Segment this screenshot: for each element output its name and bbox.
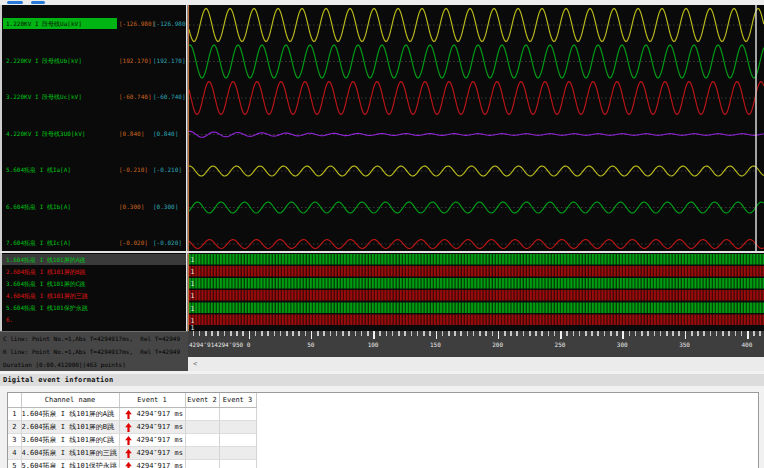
analog-channel-row-6[interactable]: 6.604拓泉 I 线Ib[A][0.300][0.300] [2,201,186,212]
event2-cell [185,421,219,434]
minor-tick [510,331,512,336]
minor-tick [193,331,195,336]
axis-label-200: 200 [492,341,503,348]
analog-channel-value1: [0.840] [119,128,144,139]
minor-tick [759,331,761,336]
minor-tick [467,331,469,336]
axis-label-100: 100 [368,341,379,348]
minor-tick [355,331,357,336]
digital-channel-row-1[interactable]: 1.604拓泉 I 线101屏的A跳 [2,254,186,266]
analog-channel-label: 3.220KV I 段母线Uc[kV] [6,91,82,102]
minor-tick [516,331,518,336]
major-tick [560,331,562,339]
analog-channel-row-2[interactable]: 2.220KV I 段母线Ub[kV][192.170][192.170] [2,55,186,66]
analog-channel-row-1[interactable]: 1.220KV I 段母线Ua[kV][-126.980][-126.980] [2,18,186,29]
event-table-row-2[interactable]: 22.604拓泉 I 线101屏的B跳4294″917 ms [8,421,256,434]
minor-tick [292,331,294,336]
major-tick [622,331,624,339]
digital-bar-2 [189,266,764,277]
axis-left-label: 4294″914294″950 0 [189,341,250,348]
digital-channel-row-5[interactable]: 5.604拓泉 I 线101保护永跳 [2,302,186,314]
analog-channel-value2: [-126.980] [153,18,186,29]
analog-channel-value1: [0.300] [119,201,144,212]
analog-channel-value2: [-0.210] [153,164,182,175]
analog-digital-separator [0,251,764,253]
event2-cell [185,434,219,447]
digital-channel-label: 4.604拓泉 I 线101屏的三跳 [6,290,88,302]
rising-edge-arrow-icon [125,436,132,445]
minor-tick [492,331,494,336]
waveform-svg: 1111111 [186,5,764,331]
analog-channel-row-7[interactable]: 7.604拓泉 I 线Ic[A][-0.020][-0.020] [2,237,186,248]
event-table-header-2: Event 1 [119,393,185,408]
digital-bar-5 [189,303,764,314]
event3-cell [219,447,256,460]
event-channel-name: 1.604拓泉 I 线101屏的A跳 [21,408,119,421]
event-row-number: 2 [8,421,21,434]
minor-tick [666,331,668,336]
event-row-number: 1 [8,408,21,421]
waveform-area[interactable]: 1111111 [186,5,764,331]
event-table-row-4[interactable]: 44.604拓泉 I 线101屏的三跳4294″917 ms [8,447,256,460]
minor-tick [710,331,712,336]
minor-tick [205,331,207,336]
horizontal-scrollbar[interactable]: < [188,357,764,371]
minor-tick [635,331,637,336]
minor-tick [417,331,419,336]
digital-state-label: 1 [191,305,195,313]
event-channel-name: 4.604拓泉 I 线101屏的三跳 [21,447,119,460]
analog-channel-value2: [192.170] [153,55,186,66]
minor-tick [548,331,550,336]
major-tick [373,331,375,339]
minor-tick [579,331,581,336]
digital-channel-row-2[interactable]: 2.604拓泉 I 线101屏的B跳 [2,266,186,278]
minor-tick [541,331,543,336]
event-table-header-row: Channel nameEvent 1Event 2Event 3 [8,393,256,408]
event1-time: 4294″917 ms [132,410,183,418]
section-title: Digital event information [3,376,113,384]
event1-cell: 4294″917 ms [119,434,185,447]
section-title-bar: Digital event information [0,374,764,386]
minor-tick [442,331,444,336]
duration-status: Duration [0:00.412000](463 points) [3,361,126,369]
digital-channel-row-4[interactable]: 4.604拓泉 I 线101屏的三跳 [2,290,186,302]
event-info-section: Digital event information Channel nameEv… [0,371,764,468]
event-table-row-1[interactable]: 11.604拓泉 I 线101屏的A跳4294″917 ms [8,408,256,421]
minor-tick [280,331,282,336]
time-axis: 4294″914294″950 050100150200250300350400 [188,331,764,357]
analog-channel-row-4[interactable]: 4.220KV I 段母线3U0[kV][0.840][0.840] [2,128,186,139]
analog-channel-row-3[interactable]: 3.220KV I 段母线Uc[kV][-60.740][-60.740] [2,91,186,102]
event-table-header-3: Event 2 [185,393,219,408]
analog-channel-row-5[interactable]: 5.604拓泉 I 线Ia[A][-0.210][-0.210] [2,164,186,175]
major-tick [685,331,687,339]
fault-recorder-window: 1.220KV I 段母线Ua[kV][-126.980][-126.980]2… [0,0,764,468]
digital-channel-row-6[interactable]: 6. [2,314,186,326]
digital-bar-3 [189,278,764,289]
analog-channel-value1: [-0.020] [119,237,148,248]
scroll-left-button[interactable]: < [193,360,197,368]
minor-tick [529,331,531,336]
digital-channel-label: 2.604拓泉 I 线101屏的B跳 [6,266,85,278]
toolbar-button-icon[interactable] [7,1,23,4]
minor-tick [678,331,680,336]
r-line-status: R line: Point No.=1,Abs T=4294917ms, Rel… [3,348,180,356]
minor-tick [654,331,656,336]
event-table-row-5[interactable]: 55.604拓泉 I 线101保护永跳4294″917 ms [8,460,256,468]
event1-cell: 4294″917 ms [119,408,185,421]
axis-label-400: 400 [741,341,752,348]
event-table-row-3[interactable]: 33.604拓泉 I 线101屏的C跳4294″917 ms [8,434,256,447]
minor-tick [429,331,431,336]
minor-tick [261,331,263,336]
event3-cell [219,434,256,447]
minor-tick [224,331,226,336]
minor-tick [423,331,425,336]
event1-cell: 4294″917 ms [119,447,185,460]
toolbar-button2-icon[interactable] [31,1,45,4]
minor-tick [722,331,724,336]
analog-wave-5 [189,166,764,176]
analog-channel-value2: [-0.020] [153,237,182,248]
event1-time: 4294″917 ms [132,436,183,444]
digital-channel-row-3[interactable]: 3.604拓泉 I 线101屏的C跳 [2,278,186,290]
minor-tick [330,331,332,336]
event1-cell: 4294″917 ms [119,460,185,468]
